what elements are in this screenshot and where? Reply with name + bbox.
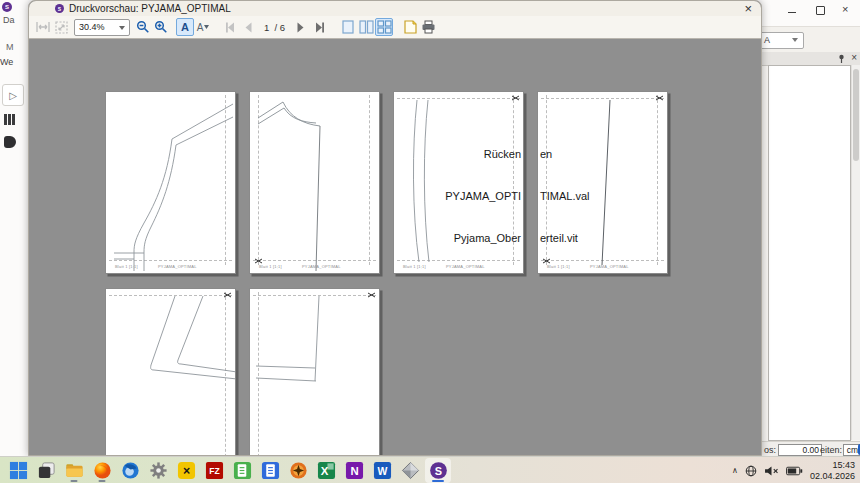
cad-viewer-icon[interactable] bbox=[397, 458, 423, 483]
previous-page-button[interactable] bbox=[240, 18, 258, 36]
taskbar: × FZ X N W bbox=[0, 456, 860, 483]
print-button[interactable] bbox=[419, 18, 437, 36]
settings-gear-icon[interactable] bbox=[145, 458, 171, 483]
preview-toolbar: 30.4% A A 1 bbox=[29, 16, 761, 39]
tray-date: 02.04.2026 bbox=[810, 471, 855, 482]
svg-text:N: N bbox=[350, 465, 358, 477]
page-footer: Blatt 1 [1;1] bbox=[259, 264, 282, 269]
zoom-out-button[interactable] bbox=[134, 18, 152, 36]
vertical-scrollbar[interactable] bbox=[851, 65, 860, 440]
page-footer: PYJAMA_OPTIMAL bbox=[158, 264, 197, 269]
page-footer: Blatt 1 [1;1] bbox=[115, 264, 138, 269]
seamly2d-icon[interactable]: S bbox=[425, 458, 451, 483]
seamly-logo-icon: S bbox=[55, 4, 64, 13]
host-app-icon: S bbox=[2, 2, 12, 12]
chevron-down-icon bbox=[119, 26, 125, 30]
word-icon[interactable]: W bbox=[369, 458, 395, 483]
firefox-icon[interactable] bbox=[89, 458, 115, 483]
preview-page-2[interactable]: Blatt 1 [1;1] PYJAMA_OPTIMAL bbox=[249, 91, 380, 274]
host-text-fragment-m: M bbox=[6, 42, 14, 52]
scissors-mark-icon bbox=[655, 95, 664, 102]
battery-icon[interactable] bbox=[786, 466, 803, 476]
filezilla-icon[interactable]: FZ bbox=[201, 458, 227, 483]
position-label: os: bbox=[764, 445, 776, 455]
system-tray: ∧ 15:43 02.04.2026 bbox=[732, 457, 855, 483]
preview-page-4[interactable]: en TIMAL.val erteil.vit 15:39:49 Blatt 1… bbox=[537, 91, 668, 274]
pattern-piece-label: en TIMAL.val erteil.vit 15:39:49 bbox=[540, 119, 590, 274]
host-toolbar: A bbox=[762, 26, 860, 54]
taskbar-icons: × FZ X N W bbox=[5, 458, 451, 483]
page-footer: PYJAMA_OPTIMAL bbox=[590, 264, 629, 269]
pattern-piece-label: Rücken PYJAMA_OPTI Pyjama_Ober 04-02-202… bbox=[445, 119, 521, 274]
pattern-drawing-armhole bbox=[106, 92, 236, 274]
host-tool-icon[interactable] bbox=[4, 114, 15, 125]
scrollbar-thumb[interactable] bbox=[853, 69, 859, 161]
zoom-in-button[interactable] bbox=[152, 18, 170, 36]
clock[interactable]: 15:43 02.04.2026 bbox=[810, 460, 855, 481]
host-status-bar: os: 0.00 eiten: cm i bbox=[762, 441, 860, 457]
screen: S Da M We ▷ × A × os: 0.00 bbox=[0, 0, 860, 483]
dock-panel-body bbox=[768, 65, 851, 441]
zoom-value: 30.4% bbox=[79, 22, 105, 32]
page-footer: PYJAMA_OPTIMAL bbox=[302, 264, 341, 269]
preview-titlebar[interactable]: S Druckvorschau: PYJAMA_OPTIMAL × bbox=[29, 1, 761, 16]
font-selector-value: A bbox=[764, 35, 770, 45]
blue-document-app-icon[interactable] bbox=[257, 458, 283, 483]
svg-text:W: W bbox=[377, 466, 387, 477]
export-notes-button[interactable] bbox=[401, 18, 419, 36]
chevron-down-icon bbox=[792, 38, 798, 42]
print-preview-window: S Druckvorschau: PYJAMA_OPTIMAL × 30.4% bbox=[28, 0, 762, 456]
compass-app-icon[interactable] bbox=[285, 458, 311, 483]
fit-width-button[interactable] bbox=[34, 18, 52, 36]
pattern-drawing-hem-corner-2 bbox=[250, 289, 380, 455]
windows-start-icon[interactable] bbox=[5, 458, 31, 483]
page-footer: Blatt 1 [1;1] bbox=[547, 264, 570, 269]
preview-page-1[interactable]: Blatt 1 [1;1] PYJAMA_OPTIMAL bbox=[105, 91, 236, 274]
preview-page-6[interactable]: Blatt 1 [1;1] PYJAMA_OPTIMAL bbox=[249, 288, 380, 455]
preview-page-3[interactable]: Rücken PYJAMA_OPTI Pyjama_Ober 04-02-202… bbox=[393, 91, 524, 274]
fit-page-button[interactable] bbox=[52, 18, 70, 36]
maximize-button[interactable] bbox=[816, 6, 825, 15]
green-document-app-icon[interactable] bbox=[229, 458, 255, 483]
scissors-mark-icon bbox=[223, 292, 232, 299]
svg-text:X: X bbox=[320, 465, 328, 477]
page-indicator[interactable]: 1 / 6 bbox=[264, 22, 285, 33]
task-view-icon[interactable] bbox=[33, 458, 59, 483]
close-button[interactable]: × bbox=[842, 3, 848, 15]
close-icon[interactable]: × bbox=[744, 1, 752, 16]
next-page-button[interactable] bbox=[291, 18, 309, 36]
zoom-select[interactable]: 30.4% bbox=[74, 19, 130, 36]
svg-text:S: S bbox=[434, 465, 441, 477]
svg-text:FZ: FZ bbox=[209, 466, 219, 476]
onenote-icon[interactable]: N bbox=[341, 458, 367, 483]
font-increase-button[interactable]: A bbox=[176, 18, 194, 36]
network-globe-icon[interactable] bbox=[745, 465, 757, 477]
host-titlebar: × bbox=[762, 0, 860, 26]
svg-text:×: × bbox=[182, 464, 189, 478]
host-menu-fragment[interactable]: Da bbox=[3, 15, 15, 25]
view-single-page-button[interactable] bbox=[339, 18, 357, 36]
tray-time: 15:43 bbox=[810, 460, 855, 471]
browser-icon[interactable] bbox=[117, 458, 143, 483]
font-decrease-button[interactable]: A bbox=[194, 18, 212, 36]
pin-icon[interactable] bbox=[837, 54, 846, 64]
view-grid-button[interactable] bbox=[375, 18, 393, 36]
preview-page-5[interactable]: Blatt 1 [1;1] PYJAMA_OPTIMAL bbox=[105, 288, 236, 455]
units-label: eiten: bbox=[820, 445, 842, 455]
page-footer: Blatt 1 [1;1] bbox=[403, 264, 426, 269]
close-panel-icon[interactable]: × bbox=[851, 52, 857, 63]
minimize-button[interactable] bbox=[788, 12, 796, 13]
pattern-drawing-shoulder bbox=[250, 92, 380, 274]
speaker-muted-icon[interactable] bbox=[764, 465, 779, 477]
view-two-pages-button[interactable] bbox=[357, 18, 375, 36]
excel-icon[interactable]: X bbox=[313, 458, 339, 483]
host-app-left-strip: S Da M We ▷ bbox=[0, 0, 28, 456]
host-tool-play-icon[interactable]: ▷ bbox=[2, 84, 24, 106]
last-page-button[interactable] bbox=[309, 18, 327, 36]
position-value-field[interactable]: 0.00 bbox=[778, 444, 822, 456]
tray-chevron-up-icon[interactable]: ∧ bbox=[732, 466, 738, 475]
first-page-button[interactable] bbox=[222, 18, 240, 36]
editor-x-icon[interactable]: × bbox=[173, 458, 199, 483]
host-tool-icon-2[interactable] bbox=[4, 136, 16, 148]
file-explorer-icon[interactable] bbox=[61, 458, 87, 483]
